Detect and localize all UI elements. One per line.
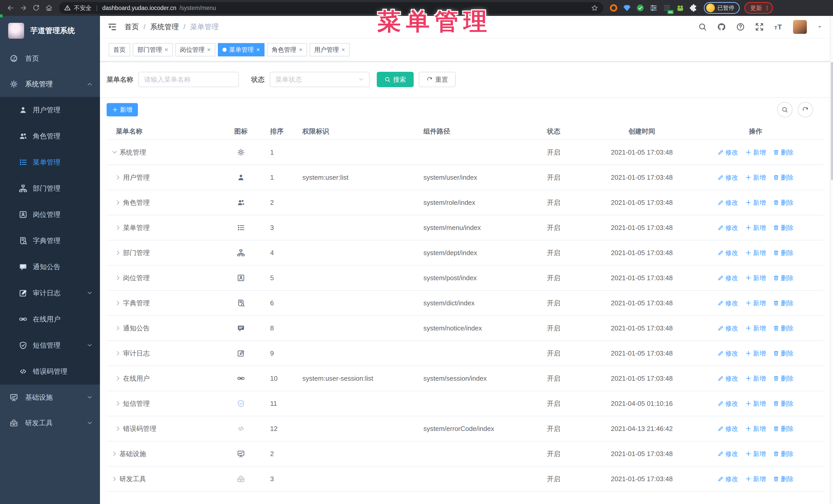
search-button[interactable]: 搜索 <box>377 72 414 87</box>
action-删除[interactable]: 删除 <box>773 475 793 483</box>
user-avatar[interactable] <box>793 20 807 34</box>
reset-button[interactable]: 重置 <box>419 72 456 87</box>
tab-菜单管理[interactable]: 菜单管理× <box>218 43 264 56</box>
refresh-table-button[interactable] <box>798 102 813 117</box>
chevron-right-icon[interactable] <box>115 425 121 432</box>
action-新增[interactable]: 新增 <box>745 400 766 408</box>
action-删除[interactable]: 删除 <box>773 249 793 257</box>
action-新增[interactable]: 新增 <box>745 148 766 157</box>
bookmark-star-icon[interactable] <box>591 4 598 11</box>
chevron-right-icon[interactable] <box>115 274 121 281</box>
chevron-right-icon[interactable] <box>115 300 121 306</box>
sidebar-item-6[interactable]: 岗位管理 <box>0 201 100 227</box>
sidebar-item-2[interactable]: 用户管理 <box>0 97 100 123</box>
browser-reload-button[interactable] <box>30 2 43 14</box>
sidebar-item-0[interactable]: 首页 <box>0 46 100 71</box>
action-删除[interactable]: 删除 <box>773 198 793 207</box>
chevron-right-icon[interactable] <box>115 174 121 181</box>
ext-check-circle-icon[interactable] <box>636 4 644 12</box>
action-修改[interactable]: 修改 <box>718 148 738 157</box>
chevron-right-icon[interactable] <box>115 249 121 256</box>
action-修改[interactable]: 修改 <box>718 299 738 307</box>
hide-search-button[interactable] <box>777 102 792 117</box>
help-icon[interactable] <box>736 23 745 31</box>
ext-puzzle-icon[interactable] <box>689 4 698 12</box>
tab-首页[interactable]: 首页 <box>109 43 130 56</box>
action-新增[interactable]: 新增 <box>745 274 766 282</box>
kebab-menu-icon[interactable] <box>764 5 770 11</box>
ext-gem-icon[interactable] <box>623 4 631 12</box>
sidebar-item-3[interactable]: 角色管理 <box>0 123 100 149</box>
tab-角色管理[interactable]: 角色管理× <box>267 43 307 56</box>
action-删除[interactable]: 删除 <box>773 425 793 433</box>
close-icon[interactable]: × <box>165 46 168 53</box>
sidebar-item-1[interactable]: 系统管理 <box>0 71 100 97</box>
action-修改[interactable]: 修改 <box>718 450 738 458</box>
action-新增[interactable]: 新增 <box>745 425 766 433</box>
tab-部门管理[interactable]: 部门管理× <box>133 43 173 56</box>
action-新增[interactable]: 新增 <box>745 374 766 383</box>
action-删除[interactable]: 删除 <box>773 274 793 282</box>
action-删除[interactable]: 删除 <box>773 223 793 232</box>
sidebar-item-8[interactable]: 通知公告 <box>0 254 100 280</box>
browser-update-button[interactable]: 更新 <box>744 2 773 14</box>
action-修改[interactable]: 修改 <box>718 374 738 383</box>
action-删除[interactable]: 删除 <box>773 400 793 408</box>
sidebar-item-12[interactable]: 错误码管理 <box>0 358 100 385</box>
action-新增[interactable]: 新增 <box>745 249 766 257</box>
chevron-right-icon[interactable] <box>115 375 121 382</box>
caret-down-icon[interactable] <box>817 24 822 29</box>
action-删除[interactable]: 删除 <box>773 349 793 358</box>
action-修改[interactable]: 修改 <box>718 249 738 257</box>
close-icon[interactable]: × <box>341 46 345 53</box>
ext-frog-icon[interactable] <box>676 4 684 12</box>
chevron-right-icon[interactable] <box>115 224 121 231</box>
ext-sliders-icon[interactable] <box>649 4 658 12</box>
browser-back-button[interactable] <box>4 2 17 14</box>
action-新增[interactable]: 新增 <box>745 299 766 307</box>
action-新增[interactable]: 新增 <box>745 324 766 333</box>
sidebar-collapse-icon[interactable] <box>108 22 117 31</box>
chevron-down-icon[interactable] <box>111 149 118 155</box>
action-修改[interactable]: 修改 <box>718 324 738 333</box>
chevron-right-icon[interactable] <box>115 325 121 332</box>
action-删除[interactable]: 删除 <box>773 324 793 333</box>
menu-name-input[interactable] <box>138 72 239 87</box>
sidebar-item-7[interactable]: 字典管理 <box>0 227 100 254</box>
status-select[interactable]: 菜单状态 <box>270 72 370 87</box>
close-icon[interactable]: × <box>256 46 260 53</box>
github-icon[interactable] <box>717 23 726 31</box>
action-修改[interactable]: 修改 <box>718 349 738 358</box>
action-修改[interactable]: 修改 <box>718 173 738 182</box>
sidebar-logo[interactable]: 芋道管理系统 <box>0 16 100 46</box>
action-修改[interactable]: 修改 <box>718 198 738 207</box>
close-icon[interactable]: × <box>299 46 303 53</box>
chevron-right-icon[interactable] <box>115 400 121 407</box>
action-修改[interactable]: 修改 <box>718 425 738 433</box>
sidebar-item-11[interactable]: 短信管理 <box>0 332 100 358</box>
sidebar-item-9[interactable]: 审计日志 <box>0 280 100 306</box>
sidebar-item-4[interactable]: 菜单管理 <box>0 149 100 175</box>
action-新增[interactable]: 新增 <box>745 450 766 458</box>
tab-岗位管理[interactable]: 岗位管理× <box>175 43 215 56</box>
sidebar-item-10[interactable]: 在线用户 <box>0 306 100 332</box>
font-size-icon[interactable]: TT <box>774 23 783 31</box>
action-新增[interactable]: 新增 <box>745 349 766 358</box>
action-修改[interactable]: 修改 <box>718 475 738 483</box>
action-删除[interactable]: 删除 <box>773 148 793 157</box>
action-新增[interactable]: 新增 <box>745 173 766 182</box>
action-修改[interactable]: 修改 <box>718 274 738 282</box>
tab-用户管理[interactable]: 用户管理× <box>310 43 350 56</box>
action-删除[interactable]: 删除 <box>773 374 793 383</box>
action-删除[interactable]: 删除 <box>773 173 793 182</box>
close-icon[interactable]: × <box>207 46 211 53</box>
action-删除[interactable]: 删除 <box>773 299 793 307</box>
browser-forward-button[interactable] <box>17 2 30 14</box>
fullscreen-icon[interactable] <box>755 23 764 31</box>
sidebar-item-14[interactable]: 研发工具 <box>0 410 100 436</box>
chevron-right-icon[interactable] <box>115 199 121 206</box>
browser-profile-button[interactable]: 已暂停 <box>704 2 740 14</box>
action-删除[interactable]: 删除 <box>773 450 793 458</box>
action-新增[interactable]: 新增 <box>745 198 766 207</box>
chevron-right-icon[interactable] <box>115 350 121 357</box>
